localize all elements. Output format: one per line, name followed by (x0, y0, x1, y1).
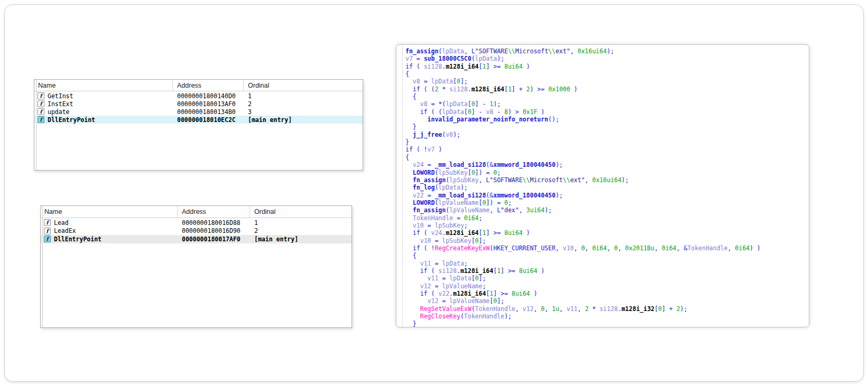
code-token: ); (607, 48, 614, 55)
column-header-ordinal[interactable]: Ordinal (250, 206, 352, 218)
code-line: } (405, 138, 809, 146)
code-token: si128 (599, 305, 618, 313)
code-token: if ( (405, 229, 431, 237)
code-token: ); (680, 305, 688, 313)
column-header-name[interactable]: Name (41, 206, 178, 218)
code-token: ); (460, 184, 468, 191)
table-row[interactable]: fInstExt0000000180013AF02 (34, 100, 363, 108)
code-token: 0 (468, 108, 472, 116)
code-token: ) > (508, 108, 523, 116)
export-name-cell: fGetInst (34, 92, 173, 100)
column-header-address[interactable]: Address (178, 206, 250, 218)
export-name-cell: fInstExt (34, 100, 173, 108)
code-token: ); (493, 100, 501, 108)
code-token: ]; (497, 297, 504, 305)
code-token: L (472, 48, 475, 55)
code-token: j_j_free (413, 131, 442, 138)
code-token: \\ (548, 48, 556, 55)
export-name: update (48, 108, 70, 116)
code-line: if ( v22.m128i_i64[1] >= 8ui64 ) (405, 290, 809, 297)
export-ordinal: 2 (250, 227, 352, 234)
code-token: , (556, 244, 563, 252)
code-line: if ( !RegCreateKeyExW(HKEY_CURRENT_USER,… (405, 244, 809, 252)
code-token (405, 192, 413, 199)
table-row[interactable]: fGetInst00000001800140D01 (34, 92, 363, 100)
code-token (405, 275, 428, 282)
export-name-cell: fDllEntryPoint (34, 116, 173, 124)
code-token: v8 (486, 108, 493, 116)
code-token: ] (512, 86, 515, 93)
column-header-name[interactable]: Name (34, 80, 173, 91)
code-token: m128i_i32 (622, 305, 654, 313)
export-name: InstExt (48, 100, 73, 108)
code-line: LOWORD(lpSubKey[0]) = 0; (405, 169, 809, 176)
code-token: , (544, 305, 552, 313)
code-token (405, 313, 420, 320)
pseudocode-panel[interactable]: fn_assign(lpData, L"SOFTWARE\\Microsoft\… (396, 44, 809, 327)
code-token: ) >= (530, 86, 549, 93)
code-token: { (405, 252, 417, 259)
code-token: 0i64 (592, 244, 607, 252)
code-token: ); (497, 55, 504, 62)
code-token: } (405, 320, 417, 327)
table-row[interactable]: fupdate00000001800134B03 (34, 108, 363, 116)
code-token: = (424, 161, 435, 168)
code-line: fn_assign(lpData, L"SOFTWARE\\Microsoft\… (405, 48, 809, 55)
code-token: sub_18000C5C0 (424, 55, 472, 62)
export-address: 0000000180016D88 (178, 219, 250, 227)
exports-list-body[interactable]: fLead0000000180016D881fLeadEx00000001800… (41, 219, 352, 327)
code-token: LOWORD (413, 199, 435, 206)
code-token: + (515, 86, 527, 93)
code-token: [ (472, 237, 475, 244)
code-line: v10 = lpSubKey; (405, 222, 809, 229)
code-token: fn_assign (413, 206, 446, 214)
pseudocode-text[interactable]: fn_assign(lpData, L"SOFTWARE\\Microsoft\… (396, 45, 809, 327)
code-token: lpSubKey (449, 176, 478, 184)
column-header-address[interactable]: Address (173, 80, 244, 91)
code-token: 8ui64 (512, 290, 530, 297)
table-row[interactable]: fDllEntryPoint0000000180017AF0[main entr… (41, 235, 352, 243)
code-token: si128 (438, 267, 457, 275)
export-address: 000000018010EC2C (173, 116, 244, 124)
code-token: lpData (475, 55, 497, 62)
code-token: v8 (413, 78, 420, 85)
code-token: = (431, 283, 442, 290)
code-line: fn_assign(lpValueName, L"dex", 3ui64); (405, 206, 809, 214)
code-token (405, 214, 413, 222)
code-token (405, 100, 420, 108)
code-token: ) (537, 267, 544, 275)
function-icon: f (44, 228, 51, 234)
code-token: v10 (563, 244, 574, 252)
exports-list-body[interactable]: fGetInst00000001800140D01fInstExt0000000… (34, 92, 363, 170)
code-token: = (413, 55, 424, 62)
code-token: ) (537, 108, 544, 116)
exports-table-1: Name Address Ordinal fGetInst00000001800… (34, 79, 363, 171)
code-line: LOWORD(lpValueName[0]) = 0; (405, 199, 809, 206)
code-line: if ( v24.m128i_i64[1] >= 8ui64 ) (405, 229, 809, 237)
code-token: ]) = (486, 199, 504, 206)
function-icon: f (38, 100, 44, 107)
code-token: v22 (438, 290, 449, 297)
code-token: v8 (420, 100, 428, 108)
code-token: lpData (431, 78, 454, 85)
code-token: 1u (552, 305, 559, 313)
table-row[interactable]: fLead0000000180016D881 (41, 219, 352, 227)
code-token: ) (435, 146, 442, 153)
code-token: LOWORD (413, 169, 435, 176)
code-token: , (490, 206, 497, 214)
code-token (405, 116, 428, 123)
column-header-ordinal[interactable]: Ordinal (244, 80, 363, 91)
code-token: ]) = (475, 169, 494, 176)
table-row[interactable]: fDllEntryPoint000000018010EC2C[main entr… (34, 116, 363, 124)
code-token: m128i_i64 (453, 290, 486, 297)
code-token: 3ui64 (527, 206, 545, 214)
code-token: , (559, 305, 567, 313)
code-token: lpData (449, 275, 472, 282)
table-row[interactable]: fLeadEx0000000180016D902 (41, 227, 352, 236)
code-token: ( (472, 55, 475, 62)
code-line: v8 = lpData[0]; (405, 78, 809, 85)
code-token: v11 (567, 305, 578, 313)
export-ordinal: [main entry] (244, 116, 363, 124)
code-token: { (405, 70, 409, 78)
code-token: [ (654, 305, 658, 313)
